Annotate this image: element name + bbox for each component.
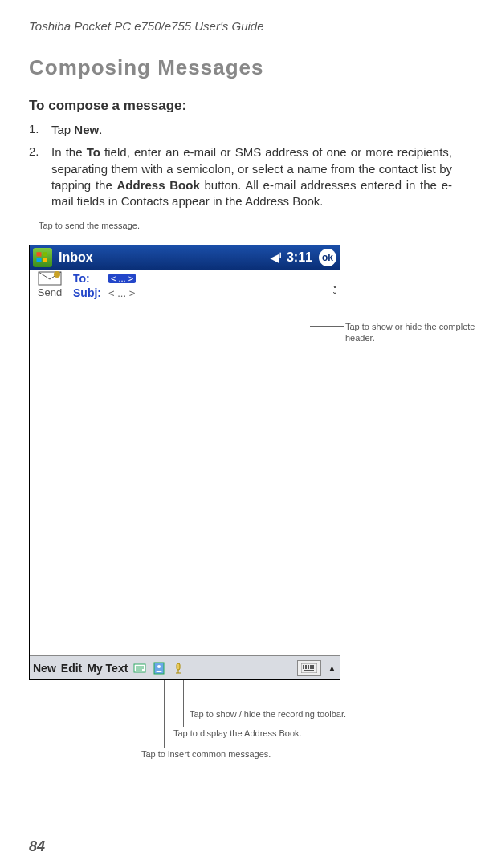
expand-header-icon[interactable]: ˅˅ [332,287,336,300]
subj-label: Subj: [73,286,108,299]
tb-edit[interactable]: Edit [61,662,82,675]
toolbar-callouts: Tap to show / hide the recording toolbar… [29,680,340,777]
callout-send-line [39,232,39,243]
titlebar: Inbox ◀︎ⁱ 3:11 ok [30,245,340,270]
step-2-ab: Address Book [117,178,200,192]
tc-label-ab: Tap to display the Address Book. [173,728,302,738]
speaker-icon[interactable]: ◀︎ⁱ [271,251,282,264]
step-2-num: 2. [29,144,51,158]
message-body[interactable] [30,302,340,655]
svg-rect-16 [303,665,304,667]
insert-common-icon[interactable] [132,661,147,675]
step-2-to: To [87,145,100,159]
doc-header: Toshiba Pocket PC e750/e755 User's Guide [29,19,452,33]
to-field[interactable]: < ... > [108,274,136,283]
ok-button[interactable]: ok [319,249,336,266]
section-title: Composing Messages [29,55,452,80]
callout-header-text: Tap to show or hide the complete header. [345,321,481,344]
svg-rect-19 [310,665,312,667]
subtitle: To compose a message: [29,98,452,114]
step-1-bold: New [74,123,99,136]
step-1-pre: Tap [51,123,74,136]
to-row: To: < ... > [73,271,340,286]
sip-keyboard-icon[interactable] [297,660,321,676]
svg-rect-17 [305,665,307,667]
to-label: To: [73,272,108,285]
svg-rect-22 [305,667,307,669]
step-1-text: Tap New. [51,122,452,138]
start-icon[interactable] [33,248,52,267]
subj-row: Subj: < ... > [73,286,340,300]
svg-rect-23 [308,667,309,669]
window-title: Inbox [59,250,271,265]
step-1: 1. Tap New. [29,122,452,138]
svg-rect-20 [312,665,314,667]
pocketpc-window: Inbox ◀︎ⁱ 3:11 ok Send To: < ... > Subj:… [29,245,340,680]
tc-line-common [164,680,165,748]
tb-new[interactable]: New [33,662,56,675]
svg-rect-3 [43,258,47,262]
step-2: 2. In the To field, enter an e-mail or S… [29,144,452,209]
bottom-toolbar: New Edit My Text ▲ [30,655,340,679]
svg-rect-18 [308,665,309,667]
svg-rect-2 [37,258,42,262]
callout-send-label: Tap to send the message. [39,221,452,230]
svg-point-11 [157,665,161,668]
svg-rect-0 [37,253,42,257]
tc-label-common: Tap to insert common messages. [141,749,271,759]
send-label: Send [38,286,62,298]
svg-rect-21 [303,667,304,669]
tb-mytext[interactable]: My Text [87,662,128,675]
tc-label-rec: Tap to show / hide the recording toolbar… [190,709,346,719]
subj-field[interactable]: < ... > [108,287,135,299]
step-2-text: In the To field, enter an e-mail or SMS … [51,144,452,209]
address-book-icon[interactable] [152,661,166,675]
svg-rect-24 [310,667,312,669]
tc-line-ab [183,680,184,727]
step-1-num: 1. [29,122,51,136]
envelope-icon [38,271,62,286]
step-1-post: . [99,123,102,136]
clock[interactable]: 3:11 [287,250,312,265]
header-fields: To: < ... > Subj: < ... > [70,270,340,302]
send-button[interactable]: Send [30,270,70,300]
svg-point-5 [54,271,60,278]
callout-header-line [310,326,344,327]
tc-line-rec [202,680,202,708]
step-2-a: In the [51,145,87,159]
sip-arrow-icon[interactable]: ▲ [328,663,336,673]
svg-rect-1 [43,253,47,257]
svg-rect-26 [304,670,314,671]
recording-toolbar-icon[interactable] [171,661,185,675]
svg-rect-12 [177,663,180,670]
page-number: 84 [29,838,45,855]
message-header: Send To: < ... > Subj: < ... > ˅˅ [30,270,340,302]
svg-rect-25 [312,667,314,669]
